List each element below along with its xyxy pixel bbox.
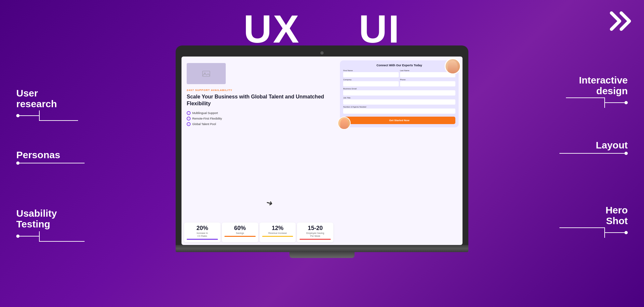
laptop-body: 24X7 SUPPORT AVAILABILITY Scale Your Bus… [176,45,468,245]
interactive-design-text: Interactivedesign [566,75,628,96]
contact-form: Connect With Our Experts Today First Nam… [340,60,459,127]
input-email[interactable] [343,90,455,96]
image-placeholder [187,63,226,84]
annotation-interactive-design: Interactivedesign [566,75,628,108]
stat-label-cx: Increase InCX Rates [187,232,218,237]
get-started-button[interactable]: Get Started Now [343,117,455,124]
user-research-text: Userresearch [16,88,78,109]
laptop-stand [289,252,355,258]
feature-item-3: Global Talent Pool [187,122,331,126]
check-icon-1 [187,111,191,115]
annotation-personas: Personas [16,149,85,165]
form-row-company: Company Phone [343,79,455,86]
stat-card-employee: 15-20 Employee SavingPer Week [297,223,333,242]
feature-item-1: Multilingual Support [187,111,331,115]
label-phone: Phone [400,79,455,81]
label-agents: Number of Agents Needed [343,106,455,108]
form-field-company: Company [343,79,398,86]
support-label: 24X7 SUPPORT AVAILABILITY [187,89,331,92]
form-field-phone: Phone [400,79,455,86]
input-agents[interactable] [343,109,455,114]
form-row-agents: Number of Agents Needed [343,106,455,114]
form-row-email: Business Email [343,88,455,96]
check-icon-2 [187,117,191,121]
stat-number-savings: 60% [224,225,256,231]
stat-bar-savings [224,236,256,237]
stat-number-employee: 15-20 [300,225,331,231]
form-field-jobtitle: Job Title [343,97,455,105]
form-field-firstname: First Name [343,70,398,77]
form-row-name: First Name Last Name [343,70,455,77]
input-firstname[interactable] [343,72,398,77]
feature-text-3: Global Talent Pool [192,122,216,126]
arrow-element: ➜ [265,198,274,208]
stat-label-savings: Savings [224,232,256,235]
stat-label-revenue: Revenue Increase [262,232,293,235]
stat-bar-revenue [262,236,293,237]
svg-rect-0 [203,71,210,76]
laptop-mockup: 24X7 SUPPORT AVAILABILITY Scale Your Bus… [176,45,468,258]
check-icon-3 [187,122,191,126]
feature-text-1: Multilingual Support [192,111,218,115]
title-ux: UX [244,6,301,51]
label-firstname: First Name [343,70,398,71]
label-email: Business Email [343,88,455,90]
stat-bar-cx [187,239,218,240]
feature-list: Multilingual Support Remote-First Flexib… [187,111,331,126]
usability-testing-text: UsabilityTesting [16,208,85,229]
laptop-camera [320,51,324,55]
stat-card-cx: 20% Increase InCX Rates [184,223,221,242]
input-jobtitle[interactable] [343,99,455,105]
hero-shot-text: HeroShot [559,205,628,226]
annotation-usability-testing: UsabilityTesting [16,208,85,242]
screen-content: 24X7 SUPPORT AVAILABILITY Scale Your Bus… [181,57,463,245]
form-field-email: Business Email [343,88,455,96]
annotation-user-research: Userresearch [16,88,78,121]
input-company[interactable] [343,81,398,86]
title-ui: UI [359,6,400,51]
stat-number-cx: 20% [187,225,218,231]
screen-right-panel: Connect With Our Experts Today First Nam… [336,57,463,245]
laptop-base [176,245,468,252]
title-section: UX UI [0,6,644,51]
input-lastname[interactable] [400,72,455,77]
stat-card-revenue: 12% Revenue Increase [260,223,296,242]
screen-left-panel: 24X7 SUPPORT AVAILABILITY Scale Your Bus… [181,57,336,245]
form-field-agents: Number of Agents Needed [343,106,455,114]
avatar-1 [445,58,461,74]
stats-row: 20% Increase InCX Rates 60% Savings 12% … [184,223,333,242]
layout-text: Layout [559,140,628,150]
avatar-2 [338,117,351,130]
stat-label-employee: Employee SavingPer Week [300,232,331,237]
stat-number-revenue: 12% [262,225,293,231]
input-phone[interactable] [400,81,455,86]
annotation-layout: Layout [559,140,628,155]
personas-text: Personas [16,149,85,160]
stat-card-savings: 60% Savings [222,223,258,242]
laptop-screen: 24X7 SUPPORT AVAILABILITY Scale Your Bus… [181,57,463,245]
label-company: Company [343,79,398,81]
form-title: Connect With Our Experts Today [343,64,455,67]
annotation-hero-shot: HeroShot [559,205,628,238]
hero-title: Scale Your Business with Global Talent a… [187,94,331,107]
stat-bar-employee [300,239,331,240]
x-logo [608,10,631,37]
label-jobtitle: Job Title [343,97,455,99]
form-row-jobtitle: Job Title [343,97,455,105]
feature-text-2: Remote-First Flexibility [192,117,222,120]
feature-item-2: Remote-First Flexibility [187,117,331,121]
